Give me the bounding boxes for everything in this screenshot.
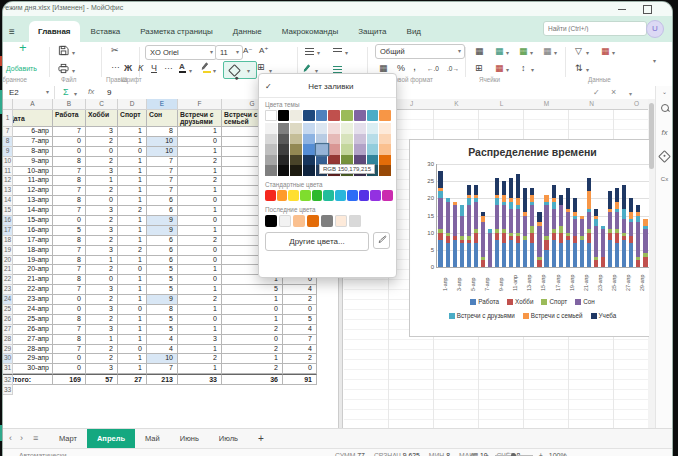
row-header-7[interactable]: 7 xyxy=(3,127,13,137)
format-table-caret-icon[interactable]: ▾ xyxy=(530,48,533,58)
cell-value[interactable]: 1 xyxy=(178,206,222,216)
comma-format-button[interactable]: , xyxy=(413,61,416,71)
row-header-1[interactable]: 1 xyxy=(3,110,13,127)
cell-value[interactable]: 0 xyxy=(178,216,222,226)
variant-color-swatch[interactable] xyxy=(278,134,290,145)
variant-color-swatch[interactable] xyxy=(303,123,315,134)
menu-tab-view[interactable]: Вид xyxy=(398,21,430,42)
zoom-in-button[interactable]: + xyxy=(539,452,543,456)
cell-date[interactable]: 13-апр xyxy=(13,196,53,206)
cell-value[interactable]: 0 xyxy=(118,345,147,355)
pivot-caret-icon[interactable]: ▾ xyxy=(612,48,615,58)
cancel-entry-icon[interactable]: × xyxy=(611,87,616,97)
cell-value[interactable]: 2 xyxy=(86,157,118,167)
row-header-29[interactable]: 29 xyxy=(3,345,13,355)
font-color-button[interactable]: А xyxy=(179,62,185,72)
cell-date[interactable]: 18-апр xyxy=(13,246,53,256)
theme-color-swatch[interactable] xyxy=(316,110,328,121)
row-header-9[interactable]: 9 xyxy=(3,147,13,157)
standard-color-swatch[interactable] xyxy=(265,190,276,201)
variant-color-swatch[interactable] xyxy=(328,134,340,145)
cell-value[interactable]: 1 xyxy=(86,256,118,266)
cell-value[interactable]: 8 xyxy=(53,196,86,206)
cell-value[interactable]: 1 xyxy=(118,226,147,236)
cell-value[interactable]: 1 xyxy=(118,236,147,246)
cell-value[interactable]: 4 xyxy=(283,325,317,335)
col-header-M[interactable]: M xyxy=(524,100,569,107)
cell-value[interactable]: 5 xyxy=(283,315,317,325)
cell-value[interactable]: 6 xyxy=(147,196,178,206)
standard-color-swatch[interactable] xyxy=(335,190,346,201)
decrease-font-button[interactable]: А⁻ xyxy=(243,46,253,56)
cell-date[interactable]: 27-апр xyxy=(13,335,53,345)
cell-date[interactable]: 30-апр xyxy=(13,364,53,374)
cell-value[interactable]: 3 xyxy=(86,246,118,256)
cell-value[interactable]: 8 xyxy=(53,275,86,285)
cell-value[interactable]: 10 xyxy=(147,354,178,364)
cell-value[interactable]: 5 xyxy=(147,265,178,275)
row-header-15[interactable]: 15 xyxy=(3,206,13,216)
cell-value[interactable]: 1 xyxy=(178,325,222,335)
variant-color-swatch[interactable] xyxy=(303,155,315,166)
panel-collapse-icon[interactable]: ⌄ xyxy=(656,88,672,95)
merge-cells-button[interactable]: ⊞ xyxy=(475,63,483,73)
cell-date[interactable]: 24-апр xyxy=(13,305,53,315)
cell-value[interactable]: 1 xyxy=(118,295,147,305)
sort-caret-icon[interactable]: ▾ xyxy=(586,65,589,75)
cell-value[interactable]: 2 xyxy=(178,354,222,364)
variant-color-swatch[interactable] xyxy=(379,144,391,155)
cell-value[interactable]: 2 xyxy=(86,137,118,147)
cell-value[interactable]: 2 xyxy=(178,236,222,246)
variant-color-swatch[interactable] xyxy=(379,123,391,134)
number-format-select[interactable]: Общий ▾ xyxy=(375,44,465,59)
row-header-10[interactable]: 10 xyxy=(3,157,13,167)
variant-color-swatch[interactable] xyxy=(290,134,302,145)
corner-select-all[interactable] xyxy=(3,99,13,110)
cell-value[interactable]: 7 xyxy=(53,265,86,275)
row-header-14[interactable]: 14 xyxy=(3,196,13,206)
row-header-21[interactable]: 21 xyxy=(3,265,13,275)
cell-date[interactable]: 9-апр xyxy=(13,157,53,167)
row-header-23[interactable]: 23 xyxy=(3,285,13,295)
sheet-tab-june[interactable]: Июнь xyxy=(170,429,209,449)
more-edit-icon[interactable]: … xyxy=(111,60,120,70)
standard-color-swatch[interactable] xyxy=(347,190,358,201)
minimize-button[interactable] xyxy=(618,9,626,10)
cell-value[interactable]: 3 xyxy=(178,335,222,345)
cell-value[interactable]: 7 xyxy=(53,325,86,335)
variant-color-swatch[interactable] xyxy=(278,165,290,176)
cell-value[interactable]: 2 xyxy=(222,364,283,374)
cell-value[interactable]: 1 xyxy=(86,176,118,186)
cell-value[interactable]: 8 xyxy=(147,127,178,137)
header-cell[interactable]: Работа xyxy=(53,110,86,127)
theme-color-swatch[interactable] xyxy=(354,110,366,121)
variant-color-swatch[interactable] xyxy=(328,144,340,155)
cell-value[interactable]: 2 xyxy=(86,236,118,246)
bold-button[interactable]: Ж xyxy=(124,63,132,73)
cell-value[interactable]: 2 xyxy=(178,295,222,305)
search-input[interactable] xyxy=(543,21,647,36)
decrease-decimal-button[interactable]: ←.0 xyxy=(427,64,439,74)
cell-value[interactable]: 1 xyxy=(118,364,147,374)
sheet-list-icon[interactable]: ≡ xyxy=(33,433,38,443)
cell-value[interactable]: 2 xyxy=(222,325,283,335)
filter-button[interactable]: ▽ xyxy=(575,46,582,56)
variant-color-swatch[interactable] xyxy=(278,123,290,134)
wrap-text-button[interactable] xyxy=(333,66,342,73)
cell-value[interactable]: 6 xyxy=(147,246,178,256)
cell-value[interactable]: 0 xyxy=(86,275,118,285)
variant-color-swatch[interactable] xyxy=(303,134,315,145)
cell-value[interactable]: 3 xyxy=(86,364,118,374)
cell-value[interactable]: 9 xyxy=(147,216,178,226)
font-color-caret-icon[interactable]: ▾ xyxy=(189,66,192,76)
col-header-F[interactable]: F xyxy=(178,99,222,110)
sum-function-button[interactable]: Σ xyxy=(63,87,69,97)
cell-value[interactable]: 3 xyxy=(86,325,118,335)
row-header-25[interactable]: 25 xyxy=(3,305,13,315)
cell-value[interactable]: 7 xyxy=(283,335,317,345)
cell-value[interactable]: 9 xyxy=(147,226,178,236)
cell-value[interactable]: 3 xyxy=(86,127,118,137)
function-panel-icon[interactable]: fx xyxy=(656,128,672,137)
cell-value[interactable]: 1 xyxy=(118,354,147,364)
cell-value[interactable]: 9 xyxy=(147,295,178,305)
